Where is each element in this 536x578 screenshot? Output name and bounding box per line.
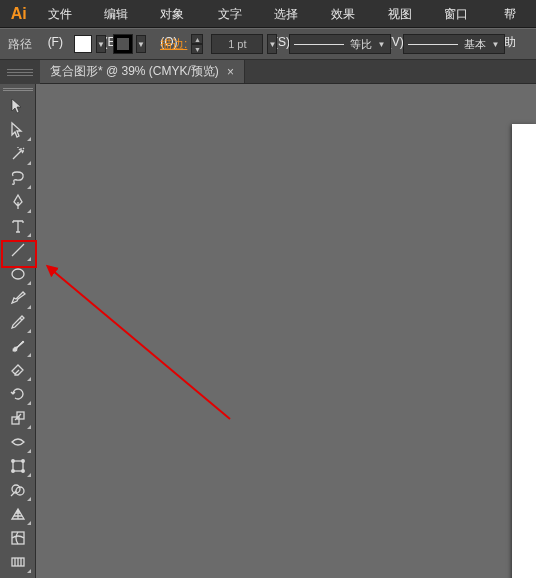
svg-rect-1 <box>12 417 19 424</box>
profile-line-icon <box>294 44 344 45</box>
document-tab-title: 复合图形* @ 39% (CMYK/预览) <box>50 63 219 80</box>
tab-grip[interactable] <box>0 60 40 84</box>
svg-point-6 <box>11 470 14 473</box>
selection-mode-label: 路径 <box>8 36 58 53</box>
line-segment-tool[interactable] <box>4 238 32 262</box>
pen-tool[interactable] <box>4 190 32 214</box>
variable-width-profile-combo[interactable]: 等比 ▼ <box>289 34 391 54</box>
svg-point-0 <box>12 269 24 279</box>
svg-point-7 <box>21 470 24 473</box>
menu-bar: Ai 文件(F) 编辑(E) 对象(O) 文字(T) 选择(S) 效果(C) 视… <box>0 0 536 28</box>
stepper-down-icon[interactable]: ▼ <box>191 44 203 54</box>
svg-point-4 <box>11 460 14 463</box>
menu-view[interactable]: 视图(V) <box>378 0 435 28</box>
gradient-tool[interactable] <box>4 550 32 574</box>
menu-edit[interactable]: 编辑(E) <box>94 0 151 28</box>
app-logo: Ai <box>6 3 32 25</box>
document-tab[interactable]: 复合图形* @ 39% (CMYK/预览) × <box>40 60 245 83</box>
menu-select[interactable]: 选择(S) <box>264 0 321 28</box>
svg-rect-2 <box>17 412 24 419</box>
menu-type[interactable]: 文字(T) <box>208 0 264 28</box>
svg-rect-3 <box>13 461 23 471</box>
toolbox <box>0 84 36 578</box>
svg-rect-10 <box>12 532 24 544</box>
fill-swatch-dropdown[interactable]: ▼ <box>96 35 106 53</box>
stroke-swatch[interactable] <box>114 35 132 53</box>
stroke-swatch-dropdown[interactable]: ▼ <box>136 35 146 53</box>
chevron-down-icon: ▼ <box>490 40 500 49</box>
pencil-tool[interactable] <box>4 310 32 334</box>
free-transform-tool[interactable] <box>4 454 32 478</box>
menu-object[interactable]: 对象(O) <box>150 0 208 28</box>
style-label: 基本 <box>464 37 486 52</box>
close-icon[interactable]: × <box>227 65 234 79</box>
brush-definition-combo[interactable]: 基本 ▼ <box>403 34 505 54</box>
selection-tool[interactable] <box>4 94 32 118</box>
stepper-up-icon[interactable]: ▲ <box>191 34 203 44</box>
chevron-down-icon: ▼ <box>376 40 386 49</box>
menu-file[interactable]: 文件(F) <box>38 0 94 28</box>
menu-window[interactable]: 窗口(W) <box>434 0 494 28</box>
document-tabs: 复合图形* @ 39% (CMYK/预览) × <box>40 60 536 84</box>
mesh-tool[interactable] <box>4 526 32 550</box>
stroke-weight-dropdown[interactable]: ▼ <box>267 34 277 54</box>
type-tool[interactable] <box>4 214 32 238</box>
menu-help[interactable]: 帮助 <box>494 0 536 28</box>
rotate-tool[interactable] <box>4 382 32 406</box>
eraser-tool[interactable] <box>4 358 32 382</box>
svg-point-5 <box>21 460 24 463</box>
shape-builder-tool[interactable] <box>4 478 32 502</box>
fill-swatch[interactable] <box>74 35 92 53</box>
stroke-weight-stepper[interactable]: ▲ ▼ <box>191 34 203 54</box>
width-tool[interactable] <box>4 430 32 454</box>
paintbrush-tool[interactable] <box>4 286 32 310</box>
magic-wand-tool[interactable] <box>4 142 32 166</box>
stroke-link[interactable]: 描边: <box>160 36 187 53</box>
style-line-icon <box>408 44 458 45</box>
profile-label: 等比 <box>350 37 372 52</box>
perspective-grid-tool[interactable] <box>4 502 32 526</box>
scale-tool[interactable] <box>4 406 32 430</box>
ellipse-tool[interactable] <box>4 262 32 286</box>
direct-selection-tool[interactable] <box>4 118 32 142</box>
stroke-weight-input[interactable] <box>211 34 263 54</box>
canvas-area[interactable] <box>36 84 536 578</box>
blob-brush-tool[interactable] <box>4 334 32 358</box>
lasso-tool[interactable] <box>4 166 32 190</box>
artboard[interactable] <box>512 124 536 578</box>
toolbox-grip[interactable] <box>3 86 33 92</box>
menu-effect[interactable]: 效果(C) <box>321 0 378 28</box>
